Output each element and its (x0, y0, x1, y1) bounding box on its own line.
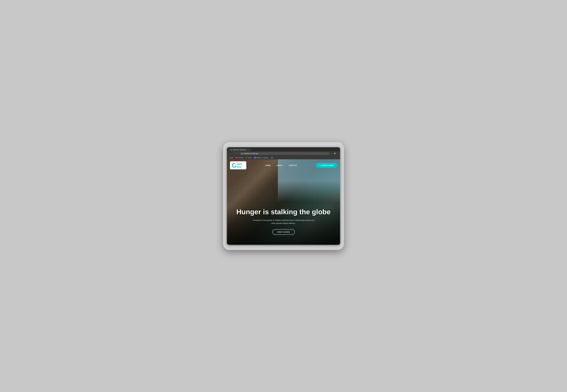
maps-pin-icon: 📍 (246, 157, 248, 159)
star-icon[interactable]: ☆ (331, 153, 333, 154)
nav-contact[interactable]: CONTACT (289, 165, 297, 166)
tab-title: delehdana.netlify.app (233, 149, 246, 151)
tab-bar: delehdana.netlify.app (227, 147, 340, 151)
site-logo[interactable]: eleh ana (230, 161, 246, 169)
hero-subtitle: Hundreds of thousands of children experi… (251, 219, 316, 225)
bookmarks-bar: Gmail YouTube 📍 Maps W Webflow - LearNow… (227, 156, 340, 159)
bookmark-globe[interactable]: 🌐 (270, 156, 274, 159)
bookmark-youtube[interactable]: YouTube (235, 157, 244, 159)
hero-content: Hunger is stalking the globe Hundreds of… (227, 208, 340, 245)
refresh-button[interactable]: ↻ (236, 152, 239, 155)
bookmark-gmail[interactable]: Gmail (228, 157, 234, 159)
donate-button[interactable]: ♥ DONATE NOW (316, 163, 337, 168)
logo-line2: ana (237, 165, 241, 168)
view-causes-button[interactable]: VIEW CAUSES (272, 229, 295, 235)
logo-d-shape (231, 162, 237, 168)
website-content: eleh ana HOME ABOUT CONTACT (227, 159, 340, 245)
donate-label: DONATE NOW (322, 165, 334, 166)
back-button[interactable]: ← (228, 152, 231, 155)
nav-about[interactable]: ABOUT (277, 165, 283, 166)
youtube-icon (236, 157, 237, 158)
extensions-icon[interactable]: 🧩 (334, 153, 336, 154)
forward-button[interactable]: → (232, 152, 235, 155)
youtube-label: YouTube (238, 157, 243, 158)
browser-chrome: delehdana.netlify.app ← → ↻ 🔒 delehdana.… (227, 147, 340, 159)
tablet-frame: delehdana.netlify.app ← → ↻ 🔒 delehdana.… (223, 142, 344, 250)
browser-window: delehdana.netlify.app ← → ↻ 🔒 delehdana.… (227, 147, 340, 245)
browser-toolbar: ← → ↻ 🔒 delehdana.netlify.app ☆ 🧩 ⋮ (227, 151, 340, 156)
address-bar[interactable]: 🔒 delehdana.netlify.app (240, 152, 330, 155)
active-tab[interactable]: delehdana.netlify.app (228, 148, 251, 151)
nav-links: HOME ABOUT CONTACT (246, 164, 316, 167)
logo-line1: eleh (237, 163, 242, 165)
lock-icon: 🔒 (241, 153, 243, 154)
nav-home[interactable]: HOME (265, 165, 270, 166)
heart-icon: ♥ (320, 164, 321, 166)
logo-text: eleh ana (237, 163, 242, 168)
url-text: delehdana.netlify.app (244, 153, 258, 154)
bookmark-webflow[interactable]: W Webflow - LearNow (253, 156, 269, 159)
hero-title: Hunger is stalking the globe (232, 208, 335, 216)
tab-favicon (230, 149, 232, 150)
webflow-label: Webflow - LearNow (256, 157, 269, 158)
nav-buttons: ← → ↻ (228, 152, 239, 155)
bookmark-maps[interactable]: 📍 Maps (245, 156, 253, 159)
site-nav: eleh ana HOME ABOUT CONTACT (227, 159, 340, 171)
toolbar-actions: ☆ 🧩 ⋮ (331, 153, 339, 154)
maps-label: Maps (248, 157, 252, 158)
globe-icon: 🌐 (271, 157, 273, 159)
menu-icon[interactable]: ⋮ (337, 153, 339, 154)
webflow-icon: W (254, 157, 256, 159)
gmail-label: Gmail (229, 157, 233, 158)
